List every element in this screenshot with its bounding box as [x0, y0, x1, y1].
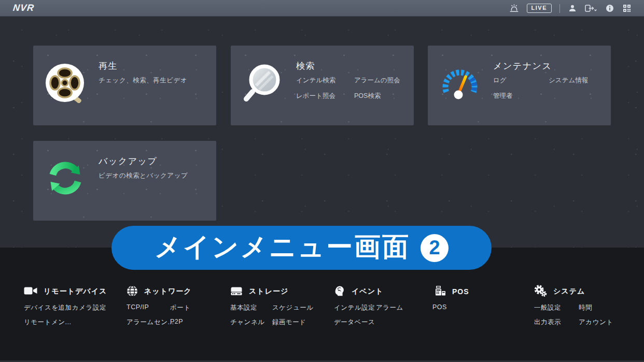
- settings-col-system: システム 一般設定 時間 出力表示 アカウント: [534, 285, 613, 327]
- settings-system-header[interactable]: システム: [534, 285, 613, 298]
- settings-remote-device-header[interactable]: リモートデバイス: [24, 285, 107, 298]
- nvr-logo: NVR: [12, 3, 35, 13]
- card-maintenance-items: ログ システム情報 管理者: [493, 76, 588, 100]
- settings-network-title: ネットワーク: [144, 287, 192, 296]
- settings-item-intel-settings[interactable]: インテル設定: [334, 303, 376, 312]
- settings-item-record-mode[interactable]: 録画モード: [272, 318, 313, 327]
- card-title-playback: 再生: [99, 60, 118, 72]
- settings-item-camera-settings[interactable]: カメラ設定: [72, 303, 107, 312]
- settings-item-output-display[interactable]: 出力表示: [534, 318, 579, 327]
- head-icon: [334, 285, 345, 298]
- settings-remote-device-title: リモートデバイス: [44, 287, 107, 296]
- info-icon[interactable]: [605, 4, 614, 13]
- settings-item-pos[interactable]: POS: [432, 303, 469, 311]
- menu-card-maintenance[interactable]: メンテナンス ログ システム情報 管理者: [428, 46, 611, 125]
- settings-system-items: 一般設定 時間 出力表示 アカウント: [534, 303, 613, 327]
- settings-network-header[interactable]: ネットワーク: [127, 285, 192, 298]
- settings-item-schedule[interactable]: スケジュール: [272, 303, 313, 312]
- card-title-backup: バックアップ: [99, 155, 157, 167]
- nvr-main-menu-screen: NVR LIVE: [0, 0, 644, 362]
- card-search-items: インテル検索 アラームの照会 レポート照会 POS検索: [296, 76, 400, 100]
- settings-col-remote-device: リモートデバイス デバイスを追加 カメラ設定 リモートメン...: [24, 285, 107, 327]
- settings-network-items: TCP/IP ポート アラームセン... P2P: [127, 303, 192, 327]
- settings-item-alarm-center[interactable]: アラームセン...: [127, 318, 170, 327]
- settings-item-port[interactable]: ポート: [170, 303, 192, 312]
- card-title-maintenance: メンテナンス: [493, 60, 552, 72]
- user-icon[interactable]: [568, 4, 577, 13]
- card-title-search: 検索: [296, 60, 315, 72]
- card-subtitle-backup: ビデオの検索とバックアップ: [99, 171, 188, 180]
- settings-pos-title: POS: [452, 287, 469, 296]
- hard-drive-icon: [230, 286, 243, 298]
- menu-card-search[interactable]: 検索 インテル検索 アラームの照会 レポート照会 POS検索: [231, 46, 414, 125]
- settings-event-items: インテル設定 アラーム データベース: [334, 303, 403, 327]
- top-bar-actions: LIVE: [510, 0, 632, 17]
- video-camera-icon: [24, 286, 37, 297]
- settings-storage-header[interactable]: ストレージ: [230, 285, 313, 298]
- menu-item-administrator[interactable]: 管理者: [493, 92, 549, 100]
- settings-remote-device-items: デバイスを追加 カメラ設定 リモートメン...: [24, 303, 107, 327]
- gauge-icon: [440, 63, 480, 103]
- film-reel-icon: [45, 63, 86, 103]
- globe-icon: [127, 285, 138, 298]
- cash-register-icon: [435, 285, 446, 298]
- menu-item-system-info[interactable]: システム情報: [549, 76, 588, 85]
- settings-event-header[interactable]: イベント: [334, 285, 403, 298]
- magnifier-icon: [243, 63, 283, 103]
- menu-item-pos-search[interactable]: POS検索: [354, 92, 400, 100]
- settings-item-tcpip[interactable]: TCP/IP: [127, 303, 170, 312]
- settings-item-p2p[interactable]: P2P: [170, 318, 192, 327]
- card-subtitle-playback: チェック、検索、再生ビデオ: [99, 76, 187, 85]
- settings-item-database[interactable]: データベース: [334, 318, 376, 327]
- settings-item-add-device[interactable]: デバイスを追加: [24, 303, 72, 312]
- alarm-beacon-icon[interactable]: [510, 4, 519, 13]
- settings-item-remote-maintenance[interactable]: リモートメン...: [24, 318, 72, 327]
- settings-pos-items: POS: [432, 303, 469, 311]
- menu-item-intel-search[interactable]: インテル検索: [296, 76, 354, 85]
- settings-system-title: システム: [553, 287, 585, 296]
- settings-pos-header[interactable]: POS: [435, 285, 469, 298]
- settings-event-title: イベント: [352, 287, 383, 296]
- settings-col-event: イベント インテル設定 アラーム データベース: [334, 285, 403, 327]
- live-button[interactable]: LIVE: [527, 4, 552, 13]
- settings-col-pos: POS POS: [435, 285, 469, 311]
- annotation-banner: メインメニュー画面 2: [111, 226, 492, 270]
- settings-item-alarm[interactable]: アラーム: [376, 303, 403, 312]
- settings-item-channel[interactable]: チャンネル: [230, 318, 272, 327]
- settings-storage-items: 基本設定 スケジュール チャンネル 録画モード: [230, 303, 313, 327]
- qr-code-icon[interactable]: [622, 4, 632, 13]
- settings-item-general-settings[interactable]: 一般設定: [534, 303, 579, 312]
- gears-icon: [534, 285, 547, 298]
- settings-col-network: ネットワーク TCP/IP ポート アラームセン... P2P: [127, 285, 192, 327]
- sync-arrows-icon: [45, 158, 86, 198]
- banner-number-badge: 2: [421, 234, 449, 262]
- settings-item-basic-settings[interactable]: 基本設定: [230, 303, 272, 312]
- settings-col-storage: ストレージ 基本設定 スケジュール チャンネル 録画モード: [230, 285, 313, 327]
- top-bar: NVR LIVE: [0, 0, 644, 17]
- topbar-separator: [559, 4, 560, 13]
- settings-item-time[interactable]: 時間: [579, 303, 613, 312]
- menu-item-report-inquiry[interactable]: レポート照会: [296, 92, 354, 100]
- menu-item-log[interactable]: ログ: [493, 76, 549, 85]
- logout-icon[interactable]: [585, 4, 597, 13]
- banner-text: メインメニュー画面: [155, 234, 410, 262]
- menu-card-playback[interactable]: 再生 チェック、検索、再生ビデオ: [33, 46, 216, 125]
- settings-storage-title: ストレージ: [249, 287, 288, 296]
- settings-item-account[interactable]: アカウント: [579, 318, 613, 327]
- menu-item-alarm-inquiry[interactable]: アラームの照会: [354, 76, 400, 85]
- menu-card-backup[interactable]: バックアップ ビデオの検索とバックアップ: [33, 141, 216, 221]
